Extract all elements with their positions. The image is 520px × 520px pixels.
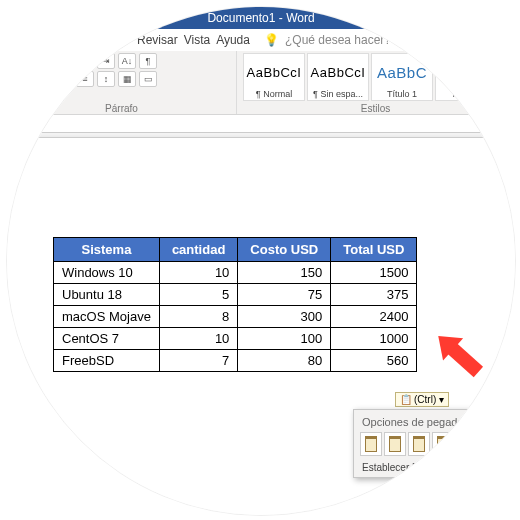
paragraph-group-label: Párrafo	[7, 103, 236, 114]
paste-text-only-icon[interactable]	[480, 432, 502, 456]
paste-values-icon[interactable]	[456, 432, 478, 456]
group-styles: AaBbCcI ¶ Normal AaBbCcI ¶ Sin espa... A…	[237, 51, 515, 114]
sort-button[interactable]: A↓	[118, 53, 136, 69]
multilevel-list-button[interactable]: ≡	[55, 53, 73, 69]
style-heading1[interactable]: AaBbC Título 1	[371, 53, 433, 101]
paste-options-popup: Opciones de pegado: Establecer Pegar pre…	[353, 409, 516, 478]
paste-merge-icon[interactable]	[384, 432, 406, 456]
line-spacing-button[interactable]: ↕	[97, 71, 115, 87]
data-table[interactable]: Sistema cantidad Costo USD Total USD Win…	[53, 237, 417, 372]
tell-me-input[interactable]: ¿Qué desea hacer?	[285, 33, 391, 47]
justify-button[interactable]: ≡	[76, 71, 94, 87]
style-normal[interactable]: AaBbCcI ¶ Normal	[243, 53, 305, 101]
style-heading2[interactable]: AaBbCc Título 2	[435, 53, 497, 101]
col-total[interactable]: Total USD	[331, 238, 417, 262]
title-bar: Documento1 - Word	[7, 7, 515, 29]
bullet-list-button[interactable]: ≡	[13, 53, 31, 69]
table-row[interactable]: Ubuntu 18 5 75 375	[54, 284, 417, 306]
paste-set-default[interactable]: Establecer Pegar predetermi	[358, 460, 512, 475]
table-row[interactable]: Windows 10 10 150 1500	[54, 262, 417, 284]
paste-keep-source-icon[interactable]	[360, 432, 382, 456]
increase-indent-button[interactable]: ⇥	[97, 53, 115, 69]
horizontal-ruler[interactable]	[7, 115, 515, 133]
tab-vista[interactable]: Vista	[184, 33, 210, 47]
ribbon: ≡ ≡ ≡ ⇤ ⇥ A↓ ¶ ≡ ≡ ≡ ≡ ↕ ▦ ▭ Párrafo	[7, 51, 515, 115]
number-list-button[interactable]: ≡	[34, 53, 52, 69]
ribbon-tabs: Revisar Vista Ayuda 💡 ¿Qué desea hacer?	[7, 29, 515, 51]
borders-button[interactable]: ▭	[139, 71, 157, 87]
paste-picture-icon[interactable]	[432, 432, 454, 456]
paste-options-header: Opciones de pegado:	[358, 414, 512, 432]
tab-revisar[interactable]: Revisar	[137, 33, 178, 47]
col-cantidad[interactable]: cantidad	[159, 238, 237, 262]
styles-group-label: Estilos	[237, 103, 514, 114]
table-header-row[interactable]: Sistema cantidad Costo USD Total USD	[54, 238, 417, 262]
document-title: Documento1 - Word	[207, 11, 314, 25]
shading-button[interactable]: ▦	[118, 71, 136, 87]
style-no-spacing[interactable]: AaBbCcI ¶ Sin espa...	[307, 53, 369, 101]
table-row[interactable]: macOS Mojave 8 300 2400	[54, 306, 417, 328]
align-left-button[interactable]: ≡	[13, 71, 31, 87]
paste-ctrl-tag[interactable]: 📋 (Ctrl) ▾	[395, 392, 449, 407]
align-right-button[interactable]: ≡	[55, 71, 73, 87]
table-row[interactable]: CentOS 7 10 100 1000	[54, 328, 417, 350]
table-row[interactable]: FreebSD 7 80 560	[54, 350, 417, 372]
tab-ayuda[interactable]: Ayuda	[216, 33, 250, 47]
col-sistema[interactable]: Sistema	[54, 238, 160, 262]
paste-link-icon[interactable]	[408, 432, 430, 456]
col-costo[interactable]: Costo USD	[238, 238, 331, 262]
clipboard-icon: 📋	[400, 394, 412, 405]
show-marks-button[interactable]: ¶	[139, 53, 157, 69]
decrease-indent-button[interactable]: ⇤	[76, 53, 94, 69]
group-paragraph: ≡ ≡ ≡ ⇤ ⇥ A↓ ¶ ≡ ≡ ≡ ≡ ↕ ▦ ▭ Párrafo	[7, 51, 237, 114]
align-center-button[interactable]: ≡	[34, 71, 52, 87]
